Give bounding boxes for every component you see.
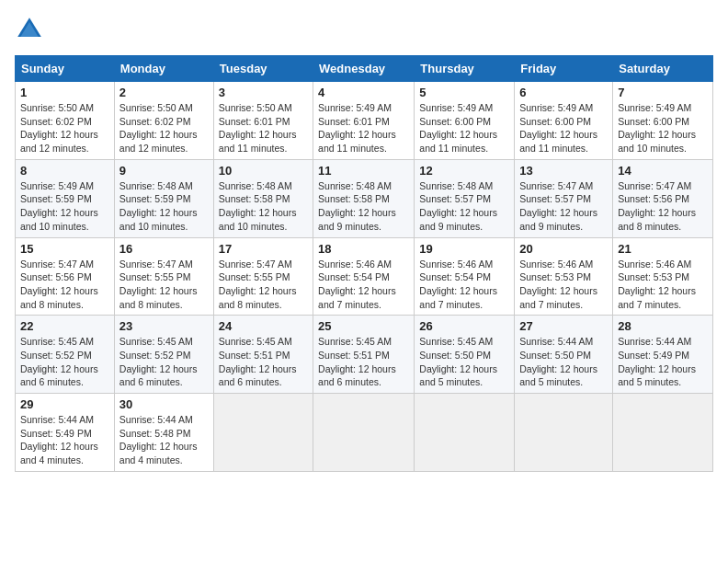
- day-info: Sunrise: 5:49 AM Sunset: 6:01 PM Dayligh…: [318, 101, 409, 155]
- day-number: 28: [618, 319, 708, 333]
- calendar-cell: 2Sunrise: 5:50 AM Sunset: 6:02 PM Daylig…: [114, 82, 213, 160]
- day-number: 20: [519, 242, 608, 256]
- calendar-week-5: 29Sunrise: 5:44 AM Sunset: 5:49 PM Dayli…: [16, 394, 713, 472]
- day-info: Sunrise: 5:46 AM Sunset: 5:54 PM Dayligh…: [419, 258, 509, 312]
- calendar-cell: 20Sunrise: 5:46 AM Sunset: 5:53 PM Dayli…: [515, 237, 613, 316]
- day-number: 3: [219, 86, 308, 99]
- day-info: Sunrise: 5:48 AM Sunset: 5:58 PM Dayligh…: [219, 179, 308, 234]
- calendar-cell: 24Sunrise: 5:45 AM Sunset: 5:51 PM Dayli…: [213, 316, 313, 394]
- calendar-cell: 7Sunrise: 5:49 AM Sunset: 6:00 PM Daylig…: [613, 82, 713, 160]
- day-number: 27: [519, 319, 608, 333]
- day-info: Sunrise: 5:44 AM Sunset: 5:50 PM Dayligh…: [519, 335, 608, 389]
- calendar-cell: 9Sunrise: 5:48 AM Sunset: 5:59 PM Daylig…: [114, 159, 213, 237]
- calendar-cell: 12Sunrise: 5:48 AM Sunset: 5:57 PM Dayli…: [415, 159, 515, 237]
- day-info: Sunrise: 5:45 AM Sunset: 5:52 PM Dayligh…: [119, 335, 209, 389]
- day-info: Sunrise: 5:47 AM Sunset: 5:55 PM Dayligh…: [119, 258, 209, 312]
- calendar-cell: 1Sunrise: 5:50 AM Sunset: 6:02 PM Daylig…: [16, 82, 115, 160]
- day-info: Sunrise: 5:45 AM Sunset: 5:51 PM Dayligh…: [318, 335, 409, 389]
- header-cell-saturday: Saturday: [613, 56, 713, 82]
- day-number: 30: [119, 397, 209, 411]
- day-info: Sunrise: 5:47 AM Sunset: 5:57 PM Dayligh…: [519, 179, 608, 234]
- calendar-cell: 14Sunrise: 5:47 AM Sunset: 5:56 PM Dayli…: [613, 159, 713, 237]
- header-row: SundayMondayTuesdayWednesdayThursdayFrid…: [16, 56, 713, 82]
- day-number: 29: [20, 397, 109, 411]
- header-cell-friday: Friday: [515, 56, 613, 82]
- header-cell-wednesday: Wednesday: [313, 56, 415, 82]
- logo: [15, 15, 48, 44]
- header-cell-thursday: Thursday: [415, 56, 515, 82]
- calendar-cell: 19Sunrise: 5:46 AM Sunset: 5:54 PM Dayli…: [415, 237, 515, 316]
- day-info: Sunrise: 5:49 AM Sunset: 5:59 PM Dayligh…: [20, 179, 109, 234]
- day-info: Sunrise: 5:46 AM Sunset: 5:54 PM Dayligh…: [318, 258, 409, 312]
- day-number: 26: [419, 319, 509, 333]
- calendar-cell: 3Sunrise: 5:50 AM Sunset: 6:01 PM Daylig…: [213, 82, 313, 160]
- day-info: Sunrise: 5:45 AM Sunset: 5:52 PM Dayligh…: [20, 335, 109, 389]
- day-info: Sunrise: 5:49 AM Sunset: 6:00 PM Dayligh…: [419, 101, 509, 155]
- day-info: Sunrise: 5:48 AM Sunset: 5:59 PM Dayligh…: [119, 179, 209, 234]
- day-number: 17: [219, 242, 308, 256]
- day-number: 7: [618, 86, 708, 99]
- day-number: 9: [119, 164, 209, 178]
- calendar-cell: 4Sunrise: 5:49 AM Sunset: 6:01 PM Daylig…: [313, 82, 415, 160]
- page-header: [15, 15, 713, 44]
- header-cell-monday: Monday: [114, 56, 213, 82]
- calendar-cell: 18Sunrise: 5:46 AM Sunset: 5:54 PM Dayli…: [313, 237, 415, 316]
- calendar-cell: 27Sunrise: 5:44 AM Sunset: 5:50 PM Dayli…: [515, 316, 613, 394]
- day-number: 18: [318, 242, 409, 256]
- day-info: Sunrise: 5:48 AM Sunset: 5:57 PM Dayligh…: [419, 179, 509, 234]
- day-number: 15: [20, 242, 109, 256]
- day-info: Sunrise: 5:50 AM Sunset: 6:02 PM Dayligh…: [20, 101, 109, 155]
- calendar-cell: 16Sunrise: 5:47 AM Sunset: 5:55 PM Dayli…: [114, 237, 213, 316]
- calendar-cell: [313, 394, 415, 472]
- calendar-cell: 30Sunrise: 5:44 AM Sunset: 5:48 PM Dayli…: [114, 394, 213, 472]
- day-info: Sunrise: 5:48 AM Sunset: 5:58 PM Dayligh…: [318, 179, 409, 234]
- day-info: Sunrise: 5:50 AM Sunset: 6:01 PM Dayligh…: [219, 101, 308, 155]
- calendar-week-1: 1Sunrise: 5:50 AM Sunset: 6:02 PM Daylig…: [16, 82, 713, 160]
- calendar-cell: 17Sunrise: 5:47 AM Sunset: 5:55 PM Dayli…: [213, 237, 313, 316]
- calendar-header: SundayMondayTuesdayWednesdayThursdayFrid…: [16, 56, 713, 82]
- day-info: Sunrise: 5:44 AM Sunset: 5:48 PM Dayligh…: [119, 413, 209, 467]
- calendar-cell: [613, 394, 713, 472]
- day-number: 2: [119, 86, 209, 99]
- day-info: Sunrise: 5:45 AM Sunset: 5:50 PM Dayligh…: [419, 335, 509, 389]
- day-number: 24: [219, 319, 308, 333]
- header-cell-sunday: Sunday: [16, 56, 115, 82]
- day-number: 4: [318, 86, 409, 99]
- day-number: 23: [119, 319, 209, 333]
- day-number: 22: [20, 319, 109, 333]
- calendar-cell: 11Sunrise: 5:48 AM Sunset: 5:58 PM Dayli…: [313, 159, 415, 237]
- calendar-cell: 25Sunrise: 5:45 AM Sunset: 5:51 PM Dayli…: [313, 316, 415, 394]
- day-number: 6: [519, 86, 608, 99]
- day-info: Sunrise: 5:46 AM Sunset: 5:53 PM Dayligh…: [618, 258, 708, 312]
- day-number: 14: [618, 164, 708, 178]
- calendar-week-3: 15Sunrise: 5:47 AM Sunset: 5:56 PM Dayli…: [16, 237, 713, 316]
- calendar-cell: 5Sunrise: 5:49 AM Sunset: 6:00 PM Daylig…: [415, 82, 515, 160]
- calendar-body: 1Sunrise: 5:50 AM Sunset: 6:02 PM Daylig…: [16, 82, 713, 472]
- calendar-table: SundayMondayTuesdayWednesdayThursdayFrid…: [15, 55, 713, 472]
- day-number: 13: [519, 164, 608, 178]
- calendar-cell: 29Sunrise: 5:44 AM Sunset: 5:49 PM Dayli…: [16, 394, 115, 472]
- calendar-cell: 23Sunrise: 5:45 AM Sunset: 5:52 PM Dayli…: [114, 316, 213, 394]
- calendar-cell: 22Sunrise: 5:45 AM Sunset: 5:52 PM Dayli…: [16, 316, 115, 394]
- day-number: 1: [20, 86, 109, 99]
- day-info: Sunrise: 5:47 AM Sunset: 5:56 PM Dayligh…: [618, 179, 708, 234]
- calendar-cell: 8Sunrise: 5:49 AM Sunset: 5:59 PM Daylig…: [16, 159, 115, 237]
- day-number: 11: [318, 164, 409, 178]
- day-info: Sunrise: 5:49 AM Sunset: 6:00 PM Dayligh…: [618, 101, 708, 155]
- calendar-cell: 26Sunrise: 5:45 AM Sunset: 5:50 PM Dayli…: [415, 316, 515, 394]
- calendar-week-4: 22Sunrise: 5:45 AM Sunset: 5:52 PM Dayli…: [16, 316, 713, 394]
- day-number: 8: [20, 164, 109, 178]
- calendar-cell: 15Sunrise: 5:47 AM Sunset: 5:56 PM Dayli…: [16, 237, 115, 316]
- calendar-cell: [415, 394, 515, 472]
- day-number: 5: [419, 86, 509, 99]
- day-info: Sunrise: 5:44 AM Sunset: 5:49 PM Dayligh…: [20, 413, 109, 467]
- day-number: 12: [419, 164, 509, 178]
- day-info: Sunrise: 5:47 AM Sunset: 5:56 PM Dayligh…: [20, 258, 109, 312]
- calendar-week-2: 8Sunrise: 5:49 AM Sunset: 5:59 PM Daylig…: [16, 159, 713, 237]
- calendar-cell: [213, 394, 313, 472]
- day-number: 25: [318, 319, 409, 333]
- calendar-cell: 10Sunrise: 5:48 AM Sunset: 5:58 PM Dayli…: [213, 159, 313, 237]
- day-number: 19: [419, 242, 509, 256]
- day-info: Sunrise: 5:44 AM Sunset: 5:49 PM Dayligh…: [618, 335, 708, 389]
- logo-icon: [15, 15, 44, 44]
